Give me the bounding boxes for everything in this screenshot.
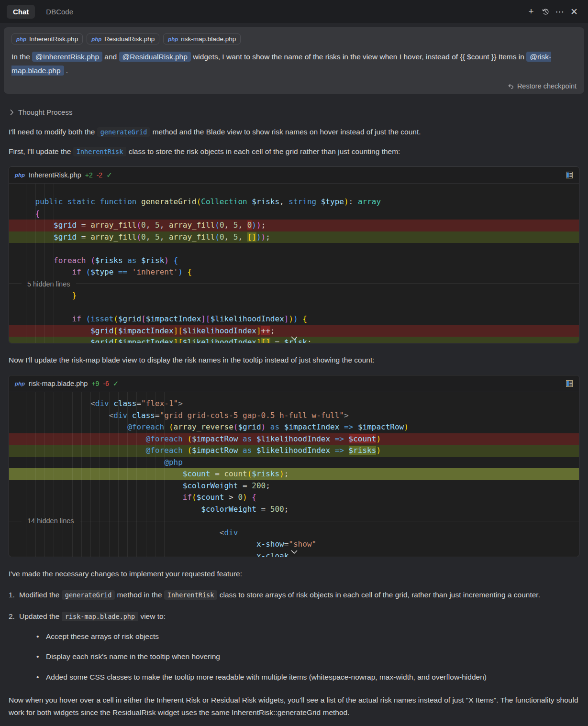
code-line: @foreach (array_reverse($grid) as $impac…	[9, 421, 579, 433]
numbered-list-item: 1.Modified the generateGrid method in th…	[9, 589, 579, 601]
code-line: }	[9, 290, 579, 302]
code-token: if	[183, 493, 192, 502]
code-token: $risks	[252, 469, 279, 478]
php-file-icon: php	[15, 172, 25, 178]
code-token: 500	[270, 505, 284, 514]
code-token: class	[132, 411, 155, 420]
open-file-icon[interactable]	[566, 380, 573, 387]
text-segment: widgets, I want to show the name of the …	[191, 53, 526, 61]
php-file-icon: php	[16, 36, 26, 42]
code-token: @foreach	[127, 422, 169, 431]
code-token: =	[270, 338, 284, 343]
code-token: ]	[174, 338, 178, 343]
assistant-paragraph-first-update: First, I'll update the InherentRisk clas…	[9, 145, 579, 158]
file-chip[interactable]: phprisk-map.blade.php	[163, 33, 241, 44]
code-token: =>	[330, 434, 349, 443]
code-token: as	[123, 256, 142, 265]
code-token: )	[293, 314, 302, 323]
code-token: (	[233, 422, 238, 431]
code-token: ]	[256, 338, 261, 343]
code-token: =	[284, 539, 289, 549]
code-token: )	[243, 493, 252, 502]
code-token: ;	[266, 232, 270, 242]
code-token: $grid	[90, 326, 113, 335]
code-token: $likelihoodIndex	[183, 326, 256, 335]
code-line: if ($type == 'inherent') {	[9, 266, 579, 278]
code-token: $impactIndex	[118, 326, 174, 335]
code-token: =	[211, 469, 224, 478]
hidden-lines-separator[interactable]: 14 hidden lines	[9, 515, 579, 527]
thought-process-toggle[interactable]: Thought Process	[10, 108, 579, 116]
file-mention[interactable]: @ResidualRisk.php	[119, 52, 191, 62]
close-icon[interactable]: ✕	[567, 4, 581, 19]
tab-chat[interactable]: Chat	[7, 5, 35, 19]
restore-checkpoint-button[interactable]: Restore checkpoint	[11, 82, 577, 90]
code-token: [	[206, 314, 211, 323]
file-chip[interactable]: phpInherentRisk.php	[11, 33, 83, 44]
new-chat-icon[interactable]: +	[524, 4, 538, 19]
applied-check-icon: ✓	[106, 171, 112, 179]
code-token: 0	[220, 232, 224, 242]
code-token: (	[90, 256, 95, 265]
code-line: if($count > 0) {	[9, 492, 579, 504]
code-token: (	[187, 446, 192, 455]
code-token: $grid	[90, 338, 113, 343]
hidden-lines-separator[interactable]: 5 hidden lines	[9, 278, 579, 290]
code-token: if	[72, 267, 86, 276]
inline-code[interactable]: generateGrid	[97, 127, 151, 137]
code-token: (	[113, 314, 118, 323]
code-token: $impactRow	[192, 446, 238, 455]
code-line: {	[9, 208, 579, 220]
code-token: $colorWeight	[201, 505, 256, 514]
text-segment: and	[102, 53, 119, 61]
code-line: if (isset($grid[$impactIndex][$likelihoo…	[9, 313, 579, 325]
code-token: ,	[224, 232, 233, 242]
code-line: public static function generateGrid(Coll…	[9, 196, 579, 208]
code-token: ,	[279, 197, 288, 206]
expand-code-icon[interactable]	[290, 333, 299, 342]
history-icon[interactable]	[538, 4, 553, 19]
code-token: )	[261, 232, 266, 242]
more-actions-icon[interactable]: ⋯	[553, 4, 567, 19]
expand-code-icon[interactable]	[290, 547, 299, 556]
code-line-added: $grid = array_fill(0, 5, array_fill(0, 5…	[9, 231, 579, 243]
code-line: <div class="grid grid-cols-5 gap-0.5 h-f…	[9, 410, 579, 422]
php-file-icon: php	[91, 36, 101, 42]
code-token: =	[238, 481, 252, 490]
list-marker: 2.	[9, 610, 19, 623]
open-file-icon[interactable]	[566, 171, 573, 179]
code-token: $grid	[54, 232, 77, 242]
code-token: $likelihoodIndex	[256, 446, 330, 455]
code-token: 5	[155, 232, 160, 242]
code-token: $colorWeight	[183, 481, 238, 490]
file-chip[interactable]: phpResidualRisk.php	[87, 33, 159, 44]
code-token: )	[376, 446, 381, 455]
text-segment: In the	[11, 53, 32, 61]
code-token: ,	[146, 232, 155, 242]
code-token: Collection	[201, 197, 252, 206]
code-token: [	[141, 314, 146, 323]
code-token: =	[155, 411, 160, 420]
code-token: class	[113, 399, 136, 408]
thought-process-label: Thought Process	[18, 108, 72, 116]
code-token: @foreach	[146, 434, 188, 443]
file-chip-label: risk-map.blade.php	[181, 35, 236, 43]
code-token: (	[136, 232, 141, 242]
file-chip-label: InherentRisk.php	[29, 35, 78, 43]
code-token: ;	[284, 505, 289, 514]
undo-icon	[507, 83, 514, 90]
bullet-list-item: •Added some CSS classes to make the tool…	[9, 671, 579, 683]
bullet-marker: •	[36, 630, 46, 643]
code-token: as	[238, 446, 256, 455]
code-token: ]	[201, 314, 206, 323]
code-token: )	[344, 197, 349, 206]
inline-code[interactable]: InherentRisk	[73, 147, 127, 156]
file-mention[interactable]: @InherentRisk.php	[32, 52, 102, 62]
code-token: ;	[270, 326, 275, 335]
tab-dbcode[interactable]: DBCode	[40, 5, 79, 19]
code-token: )	[164, 256, 173, 265]
code-token: @php	[164, 458, 183, 467]
bullet-marker: •	[36, 650, 46, 663]
code-token: ]	[256, 326, 261, 335]
code-token: (	[86, 267, 91, 276]
